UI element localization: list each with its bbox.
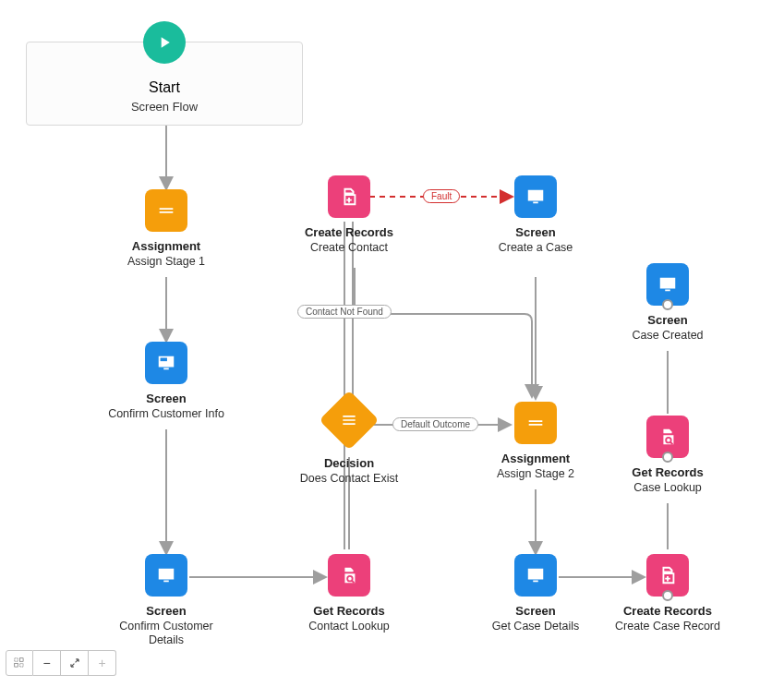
screen-icon <box>145 554 187 597</box>
start-node[interactable]: Start Screen Flow <box>26 42 303 126</box>
fit-icon <box>68 657 81 669</box>
get-records-icon <box>328 554 370 597</box>
flow-canvas[interactable]: Start Screen Flow Assignment Assign Stag… <box>0 0 784 687</box>
node-title: Create Records <box>289 225 409 239</box>
connector-dot[interactable] <box>662 452 673 463</box>
node-subtitle: Create a Case <box>476 241 596 255</box>
svg-rect-21 <box>15 664 18 668</box>
node-title: Screen <box>476 604 596 618</box>
node-title: Get Records <box>289 604 409 618</box>
node-assignment-1[interactable]: Assignment Assign Stage 1 <box>106 189 226 269</box>
node-title: Screen <box>106 392 226 405</box>
node-subtitle: Assign Stage 1 <box>106 255 226 269</box>
svg-rect-19 <box>15 658 18 662</box>
svg-rect-14 <box>161 358 167 362</box>
connector-label-fault[interactable]: Fault <box>423 189 460 203</box>
plus-icon: + <box>98 656 105 670</box>
node-subtitle: Get Case Details <box>476 620 596 633</box>
node-assignment-2[interactable]: Assignment Assign Stage 2 <box>476 402 596 481</box>
node-screen-confirm-info[interactable]: Screen Confirm Customer Info <box>106 342 226 421</box>
node-subtitle: Confirm Customer Details <box>106 620 226 647</box>
svg-rect-22 <box>20 664 23 668</box>
connector-dot[interactable] <box>662 590 673 601</box>
node-subtitle: Contact Lookup <box>289 620 409 633</box>
assignment-icon <box>145 189 187 232</box>
decision-icon <box>319 390 379 450</box>
node-title: Screen <box>476 225 596 239</box>
select-tool-button[interactable] <box>6 650 33 676</box>
node-subtitle: Create Contact <box>289 241 409 255</box>
node-title: Screen <box>106 604 226 618</box>
node-get-contact[interactable]: Get Records Contact Lookup <box>289 554 409 633</box>
start-title: Start <box>34 79 295 96</box>
minus-icon: − <box>42 656 50 670</box>
start-subtitle: Screen Flow <box>34 100 295 114</box>
node-title: Assignment <box>106 239 226 253</box>
node-subtitle: Create Case Record <box>608 620 728 633</box>
node-screen-confirm-details[interactable]: Screen Confirm Customer Details <box>106 554 226 647</box>
zoom-out-button[interactable]: − <box>33 650 61 676</box>
node-title: Decision <box>289 456 409 470</box>
node-subtitle: Does Contact Exist <box>289 472 409 486</box>
node-subtitle: Assign Stage 2 <box>476 467 596 481</box>
node-subtitle: Confirm Customer Info <box>106 407 226 421</box>
svg-rect-20 <box>20 658 23 662</box>
connector-label-contact-not-found[interactable]: Contact Not Found <box>297 305 392 319</box>
select-icon <box>13 657 26 669</box>
fit-to-screen-button[interactable] <box>61 650 89 676</box>
start-play-icon <box>143 21 186 64</box>
connector-label-default-outcome[interactable]: Default Outcome <box>392 417 478 431</box>
node-subtitle: Case Created <box>608 329 728 343</box>
node-screen-get-case[interactable]: Screen Get Case Details <box>476 554 596 633</box>
canvas-toolbar: − + <box>6 650 116 676</box>
screen-icon <box>145 342 187 384</box>
node-decision[interactable]: Decision Does Contact Exist <box>289 399 409 486</box>
node-title: Screen <box>608 313 728 327</box>
screen-icon <box>514 554 557 597</box>
assignment-icon <box>514 402 557 444</box>
node-title: Create Records <box>608 604 728 618</box>
zoom-in-button[interactable]: + <box>89 650 116 676</box>
connector-dot[interactable] <box>662 299 673 310</box>
node-subtitle: Case Lookup <box>608 481 728 495</box>
screen-icon <box>514 175 557 218</box>
node-create-contact[interactable]: Create Records Create Contact <box>289 175 409 255</box>
node-screen-create-case[interactable]: Screen Create a Case <box>476 175 596 255</box>
create-records-icon <box>328 175 370 218</box>
node-title: Get Records <box>608 465 728 479</box>
node-title: Assignment <box>476 452 596 465</box>
